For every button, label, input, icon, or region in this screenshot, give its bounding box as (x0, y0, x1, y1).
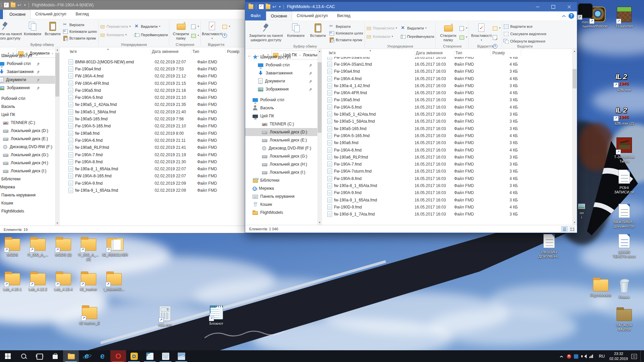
fw-190a6_RLP.fmd[interactable]: fw-190a6_RLP.fmd 16.05.2017 16:03 Файл F… (322, 154, 572, 161)
sidebar-item-desktop[interactable]: Робочий стіл (0, 95, 55, 103)
column-header-size[interactable]: Розмір (226, 49, 245, 55)
search-button[interactable] (16, 350, 32, 362)
sidebar-item-user-vasyl[interactable]: Василь (0, 103, 55, 111)
sidebar-item-flightmodels[interactable]: FlightModels (0, 207, 55, 215)
Fw-190a4.fmd[interactable]: Fw-190a4.fmd 02.02.2019 7:53 Файл FMD (60, 65, 245, 72)
language-indicator[interactable]: RU (598, 354, 606, 359)
move-to-button[interactable]: Перемістити▾ (100, 23, 131, 29)
scroll-up-icon[interactable]: ▲ (317, 49, 322, 54)
edge-button[interactable] (95, 350, 110, 362)
column-header-date[interactable]: Дата змінення (151, 49, 191, 55)
easy-access-button[interactable]: ▾ (459, 34, 467, 40)
sidebar-item-drive-h[interactable]: Локальний диск (H:) (0, 159, 55, 167)
paste-shortcut-button[interactable]: Вставити ярлик (329, 37, 363, 43)
fw-190a-9_1_65Ata.fmd[interactable]: fw-190a-9_1_65Ata.fmd 02.02.2019 22:09 Ф… (60, 187, 245, 194)
Fw-190A-5-165.fmd[interactable]: Fw-190A-5-165.fmd 02.02.2019 21:10 Файл … (60, 123, 245, 130)
sidebar-item-drive-c[interactable]: TENNER (C:) (245, 120, 317, 128)
left-sidebar-scrollbar[interactable]: ▲ ▼ (55, 48, 60, 226)
left-titlebar[interactable]: ↩ ▾ FlightModels--FW-190A-4-9(NEW) (0, 0, 245, 10)
notepad-button[interactable] (142, 350, 158, 362)
start-button[interactable] (0, 350, 16, 362)
tab-share[interactable]: Спільний доступ (292, 11, 332, 20)
Fw-190A-5-165.fmd[interactable]: Fw-190A-5-165.fmd 16.05.2017 16:03 Файл … (322, 132, 572, 139)
Fw-190A-7sturm.fmd[interactable]: Fw-190A-7sturm.fmd 16.05.2017 16:03 Файл… (322, 168, 572, 175)
close-button[interactable] (561, 2, 577, 11)
sidebar-item-drive-g[interactable]: Локальний диск (G:) (0, 151, 55, 159)
sidebar-item-downloads[interactable]: Завантаження (245, 69, 317, 77)
sidebar-item-this-pc[interactable]: Цей ПК (0, 111, 55, 119)
tab-share[interactable]: Спільний доступ (31, 10, 71, 19)
pin-to-quick-access-button[interactable]: Закріпити на панелі швидкого доступу (0, 20, 22, 40)
Fw-190A-7.fmd[interactable]: Fw-190A-7.fmd 02.02.2019 21:19 Файл FMD (60, 151, 245, 158)
Fw-190A-7.fmd[interactable]: Fw-190A-7.fmd 16.05.2017 16:03 Файл FMD … (322, 161, 572, 168)
desktop-icon-notepad[interactable]: Блокнот (202, 305, 230, 326)
undo-icon[interactable]: ↩ (17, 3, 22, 7)
history-button[interactable] (222, 32, 230, 39)
FW-190A-4.fmd[interactable]: FW-190A-4.fmd 02.02.2019 21:12 Файл FMD (60, 73, 245, 80)
desktop-icon-t34[interactable]: Т-34 против Тигра (610, 137, 638, 164)
copy-path-button[interactable]: Копіювати шлях (329, 30, 363, 36)
fw-190a-4_1.42.fmd[interactable]: fw-190a-4_1.42.fmd 16.05.2017 16:03 Файл… (322, 82, 572, 89)
sidebar-item-documents[interactable]: Документи (245, 77, 317, 85)
select-all-button[interactable]: Виділити все (503, 23, 546, 29)
Fw-190A-6.fmd[interactable]: Fw-190A-6.fmd 02.02.2019 21:11 Файл FMD (60, 137, 245, 144)
copy-to-button[interactable]: Копіювати▾ (100, 32, 131, 38)
qat-check-icon[interactable] (259, 4, 264, 9)
new-folder-button[interactable]: Створитипапку (171, 20, 191, 40)
calculator-button[interactable] (158, 350, 173, 362)
fw-190a-9_1_65Ata.fmd[interactable]: fw-190a-9_1_65Ata.fmd 16.05.2017 16:03 Ф… (322, 196, 572, 203)
desktop-icon-recycle-bin[interactable]: Кошик (610, 278, 638, 299)
Fw-190A-9.fmd[interactable]: Fw-190A-9.fmd 16.05.2017 16:03 Файл FMD … (322, 189, 572, 196)
fw-190a5_1_42Ata.fmd[interactable]: fw-190a5_1_42Ata.fmd 16.05.2017 16:03 Фа… (322, 111, 572, 118)
Fw-190A-6.fmd[interactable]: Fw-190A-6.fmd 16.05.2017 16:03 Файл FMD … (322, 146, 572, 154)
desktop-icon-il2-hasher-e[interactable]: Il2 hasher_E (75, 307, 104, 325)
sidebar-item-network[interactable]: Мережа (0, 183, 55, 191)
Fw-190A-8.fmd[interactable]: Fw-190A-8.fmd 16.05.2017 16:03 Файл FMD … (322, 175, 572, 182)
FW-190A-4FR.fmd[interactable]: FW-190A-4FR.fmd 02.02.2019 21:15 Файл FM… (60, 80, 245, 87)
fw-190a5-1_58Ata.fmd[interactable]: fw-190a5-1_58Ata.fmd 16.05.2017 16:03 Фа… (322, 118, 572, 125)
paste-button[interactable]: Вставити (307, 22, 329, 38)
cut-button[interactable]: Вирізати (329, 23, 363, 29)
internet-explorer-button[interactable] (79, 350, 95, 362)
copy-button[interactable]: Копіювати (22, 20, 43, 36)
desktop-icon-zapasni-faily[interactable]: ЗАПАСНІ ФАЙЛИ (610, 309, 638, 332)
Fw-190A-8.fmd[interactable]: Fw-190A-8.fmd 02.02.2019 21:30 Файл FMD (60, 158, 245, 165)
Fw-190A-9.fmd[interactable]: Fw-190A-9.fmd 02.02.2019 22:09 Файл FMD (60, 180, 245, 187)
file-explorer-button[interactable] (63, 350, 79, 362)
sidebar-item-desktop-pinned[interactable]: Робочий стіл (0, 60, 55, 68)
network-icon[interactable] (589, 354, 594, 359)
BMW-801D-2(MODS-NEW).emd[interactable]: BMW-801D-2(MODS-NEW).emd 02.02.2019 22:0… (60, 58, 245, 65)
sidebar-item-drive-h[interactable]: Локальний диск (H:) (245, 160, 317, 168)
scroll-up-icon[interactable]: ▲ (55, 48, 60, 52)
antivirus-tray-icon[interactable] (567, 354, 571, 359)
scroll-down-icon[interactable]: ▼ (572, 220, 577, 225)
fw-190a-8_1_65Ata.fmd[interactable]: fw-190a-8_1_65Ata.fmd 02.02.2019 22:07 Ф… (60, 165, 245, 172)
fw-190a5_1_42Ata.fmd[interactable]: fw-190a5_1_42Ata.fmd 02.02.2019 21:35 Фа… (60, 101, 245, 108)
desktop-icon-mods[interactable]: MODS (0, 239, 26, 257)
right-file-scrollbar[interactable]: ▲ ▼ (572, 49, 577, 225)
show-desktop-button[interactable] (640, 350, 643, 362)
rename-button[interactable]: Перейменувати (400, 33, 434, 40)
rename-button[interactable]: Перейменувати (134, 32, 168, 38)
delete-button[interactable]: Видалити▾ (134, 23, 168, 29)
right-sidebar-scrollbar[interactable]: ▲ ▼ (317, 49, 322, 225)
sidebar-item-this-pc[interactable]: Цей ПК (245, 112, 317, 120)
fw-190a5-165.fmd[interactable]: fw-190a5-165.fmd 16.05.2017 16:03 Файл F… (322, 125, 572, 132)
fw-190a6.fmd[interactable]: fw-190a6.fmd 02.02.2019 8:00 Файл FMD (60, 130, 245, 137)
scroll-down-icon[interactable]: ▼ (317, 220, 322, 225)
desktop-icon-vazhlyvyi-document[interactable]: ВАЖЛИВИ... документ.txt (610, 204, 638, 229)
new-folder-button[interactable]: Створитипапку (437, 22, 459, 42)
desktop-icon-tlauncher[interactable]: TLauncher (610, 7, 638, 28)
sidebar-item-quick-access[interactable]: Швидкий доступ (0, 52, 55, 60)
paste-button[interactable]: Вставити (43, 20, 63, 36)
minimize-button[interactable] (530, 2, 545, 11)
copy-path-button[interactable]: Копіювати шлях (63, 28, 97, 35)
Fw-190a5.fmd[interactable]: Fw-190a5.fmd 02.02.2019 21:16 Файл FMD (60, 87, 245, 94)
qat-check-icon[interactable] (4, 3, 9, 7)
sidebar-item-drive-g[interactable]: Локальний диск (G:) (245, 152, 317, 160)
copy-button[interactable]: Копіювати (285, 22, 307, 38)
action-center-icon[interactable] (631, 354, 637, 359)
desktop-icon-lab-4134[interactable]: Lab_4.13.4 (49, 273, 77, 292)
sidebar-item-drive-f[interactable]: Дисковод DVD-RW (F:) (245, 144, 317, 152)
new-item-button[interactable]: ▾ (459, 25, 467, 31)
